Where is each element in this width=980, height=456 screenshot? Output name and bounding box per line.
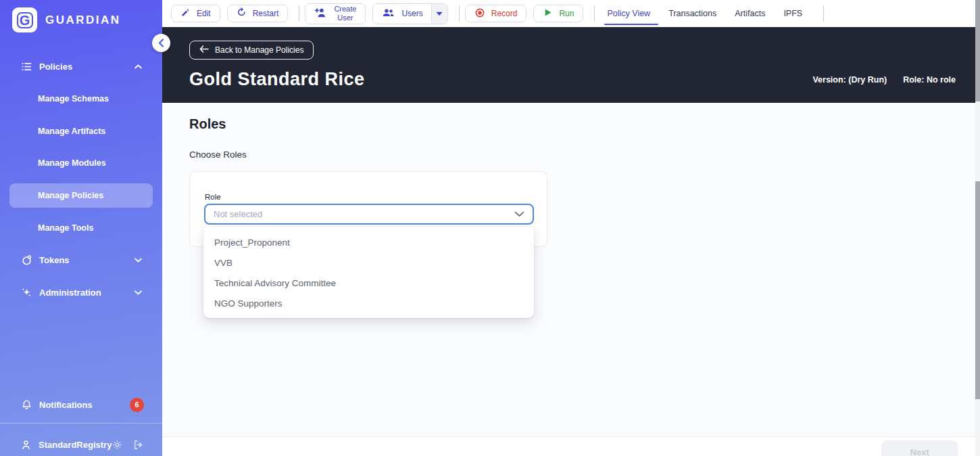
dropdown-option-technical-advisory-committee[interactable]: Technical Advisory Committee bbox=[203, 273, 534, 293]
sidebar-item-label: Manage Tools bbox=[38, 223, 93, 233]
restart-label: Restart bbox=[253, 9, 279, 18]
choose-roles-text: Choose Roles bbox=[189, 150, 247, 160]
token-icon bbox=[20, 254, 32, 266]
tab-bar: Policy View Transactions Artifacts IPFS bbox=[606, 0, 819, 27]
record-label: Record bbox=[491, 9, 518, 18]
record-button[interactable]: Record bbox=[465, 5, 527, 22]
sidebar-item-administration[interactable]: Administration bbox=[9, 280, 153, 304]
restart-button[interactable]: Restart bbox=[227, 5, 289, 22]
create-user-button[interactable]: CreateUser bbox=[305, 3, 366, 24]
tab-artifacts[interactable]: Artifacts bbox=[733, 0, 766, 27]
gear-icon[interactable] bbox=[112, 439, 124, 451]
sidebar-item-label: Administration bbox=[39, 288, 101, 298]
sidebar-item-manage-modules[interactable]: Manage Modules bbox=[9, 151, 153, 175]
users-button-group: Users bbox=[372, 3, 447, 24]
sidebar-item-tokens[interactable]: Tokens bbox=[9, 248, 153, 272]
create-user-label-1: Create bbox=[334, 5, 356, 14]
sparkle-icon bbox=[20, 286, 32, 298]
sidebar-item-manage-schemas[interactable]: Manage Schemas bbox=[9, 87, 153, 111]
option-label: Technical Advisory Committee bbox=[214, 278, 336, 288]
run-button[interactable]: Run bbox=[533, 5, 583, 22]
tab-label: IPFS bbox=[783, 9, 802, 18]
sidebar-item-label: Manage Modules bbox=[38, 158, 106, 168]
back-label: Back to Manage Policies bbox=[215, 45, 303, 55]
toolbar-divider bbox=[459, 5, 460, 22]
role-field-label: Role bbox=[205, 193, 221, 201]
tab-label: Policy View bbox=[607, 9, 650, 18]
chevron-left-icon bbox=[158, 39, 164, 47]
record-icon bbox=[474, 7, 485, 20]
roles-heading: Roles bbox=[189, 116, 226, 132]
list-icon bbox=[20, 60, 32, 72]
add-user-icon bbox=[314, 7, 328, 20]
role-select[interactable]: Not selected bbox=[204, 204, 534, 225]
sidebar-item-label: Tokens bbox=[39, 255, 70, 265]
sidebar-item-policies[interactable]: Policies bbox=[9, 54, 153, 78]
sidebar-item-label: Manage Artifacts bbox=[38, 127, 105, 136]
tab-policy-view[interactable]: Policy View bbox=[606, 0, 652, 27]
option-label: VVB bbox=[214, 258, 232, 268]
scrollbar-thumb[interactable] bbox=[975, 181, 980, 399]
policy-role: Role: No role bbox=[903, 75, 956, 85]
brand-name: GUARDIAN bbox=[45, 14, 121, 27]
toolbar-divider bbox=[299, 5, 299, 22]
tab-label: Transactions bbox=[668, 9, 716, 18]
users-icon bbox=[381, 7, 395, 20]
sidebar-item-label: Notifications bbox=[39, 400, 93, 410]
username: StandardRegistry bbox=[39, 440, 112, 450]
role-dropdown-panel: Project_Proponent VVB Technical Advisory… bbox=[203, 227, 534, 318]
toolbar-divider bbox=[594, 5, 595, 22]
sidebar-divider bbox=[0, 423, 162, 424]
option-label: NGO Supporters bbox=[214, 298, 283, 309]
sidebar-item-manage-policies[interactable]: Manage Policies bbox=[9, 183, 153, 208]
tab-ipfs[interactable]: IPFS bbox=[782, 0, 804, 27]
option-label: Project_Proponent bbox=[214, 237, 290, 248]
tab-label: Artifacts bbox=[735, 9, 765, 18]
footer: Next bbox=[162, 436, 980, 456]
sidebar-collapse-button[interactable] bbox=[152, 34, 170, 52]
create-user-label-2: User bbox=[334, 14, 356, 22]
dropdown-option-ngo-supporters[interactable]: NGO Supporters bbox=[203, 293, 534, 313]
notification-badge: 6 bbox=[130, 398, 144, 412]
users-button[interactable]: Users bbox=[373, 4, 431, 24]
next-button[interactable]: Next bbox=[881, 440, 958, 456]
sidebar-item-label: Manage Policies bbox=[38, 191, 103, 200]
run-label: Run bbox=[559, 9, 574, 18]
users-label: Users bbox=[401, 9, 422, 18]
sidebar-item-manage-tools[interactable]: Manage Tools bbox=[9, 216, 153, 240]
guardian-logo-icon: G bbox=[12, 7, 37, 32]
chevron-down-icon bbox=[514, 211, 524, 217]
bell-icon bbox=[20, 398, 32, 411]
sidebar: G GUARDIAN Policies Manage Schemas Manag… bbox=[0, 0, 162, 456]
chevron-down-icon bbox=[134, 290, 142, 295]
users-dropdown-arrow[interactable] bbox=[431, 4, 447, 24]
user-icon bbox=[20, 439, 32, 451]
arrow-left-icon bbox=[199, 45, 209, 55]
pencil-icon bbox=[180, 7, 191, 20]
main-content: Roles Choose Roles Role Not selected Pro… bbox=[162, 103, 980, 436]
edit-button[interactable]: Edit bbox=[171, 5, 220, 22]
back-to-manage-policies-button[interactable]: Back to Manage Policies bbox=[189, 41, 314, 60]
role-select-value: Not selected bbox=[214, 209, 262, 219]
toolbar: Edit Restart CreateUser Users Record bbox=[162, 0, 980, 27]
dropdown-option-vvb[interactable]: VVB bbox=[203, 252, 534, 273]
sidebar-item-label: Policies bbox=[39, 62, 72, 72]
toolbar-divider bbox=[823, 5, 824, 22]
brand: G GUARDIAN bbox=[12, 7, 121, 32]
logout-icon[interactable] bbox=[132, 439, 145, 451]
policy-header: Back to Manage Policies Gold Standard Ri… bbox=[162, 27, 980, 103]
page-title: Gold Standard Rice bbox=[189, 69, 365, 90]
restart-icon bbox=[237, 7, 247, 20]
chevron-down-icon bbox=[134, 258, 142, 263]
scrollbar-thumb[interactable] bbox=[975, 0, 980, 101]
dropdown-option-project-proponent[interactable]: Project_Proponent bbox=[203, 232, 534, 252]
sidebar-item-notifications[interactable]: Notifications 6 bbox=[9, 392, 153, 417]
tab-transactions[interactable]: Transactions bbox=[667, 0, 718, 27]
policy-version: Version: (Dry Run) bbox=[812, 75, 887, 85]
policy-meta: Version: (Dry Run) Role: No role bbox=[812, 75, 956, 85]
chevron-up-icon bbox=[134, 64, 142, 69]
sidebar-item-manage-artifacts[interactable]: Manage Artifacts bbox=[9, 119, 153, 143]
play-icon bbox=[543, 7, 553, 20]
sidebar-item-label: Manage Schemas bbox=[38, 94, 109, 104]
app-root: G GUARDIAN Policies Manage Schemas Manag… bbox=[0, 0, 980, 456]
